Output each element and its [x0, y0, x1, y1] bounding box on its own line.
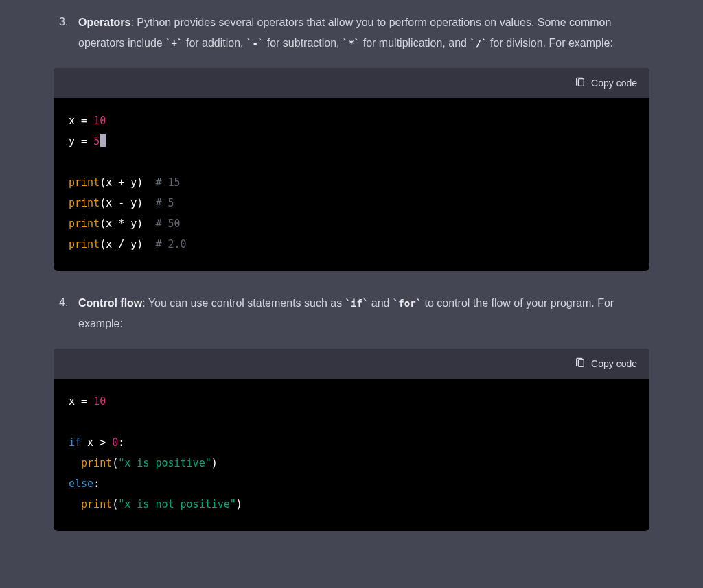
code-block-control-flow: Copy code x = 10 if x > 0: print("x is p… — [54, 349, 649, 531]
list-number: 4. — [59, 293, 68, 312]
list-item-operators: 3. Operators: Python provides several op… — [54, 12, 649, 53]
code-token: x = — [69, 395, 93, 408]
code-token: ) — [211, 457, 218, 469]
code-token: ( — [112, 457, 118, 469]
inline-code-slash: `/` — [470, 38, 487, 49]
text-segment: and — [368, 297, 393, 309]
copy-code-button[interactable]: Copy code — [575, 77, 637, 90]
svg-rect-0 — [578, 78, 584, 86]
ordered-list: 3. Operators: Python provides several op… — [54, 12, 649, 531]
code-header: Copy code — [54, 349, 649, 379]
copy-code-button[interactable]: Copy code — [575, 357, 637, 371]
code-token: print — [69, 176, 100, 189]
list-item-control-flow: 4. Control flow: You can use control sta… — [54, 293, 649, 333]
code-token: ) — [236, 498, 242, 510]
inline-code-for: `for` — [393, 298, 422, 309]
code-token: print — [69, 238, 100, 250]
code-token: # 5 — [155, 197, 174, 209]
inline-code-if: `if` — [345, 298, 369, 309]
text-segment: for multiplication, and — [360, 37, 470, 49]
code-header: Copy code — [54, 68, 649, 98]
code-token: "x is not positive" — [118, 498, 236, 510]
code-token: 10 — [93, 395, 106, 408]
typing-cursor — [100, 134, 106, 147]
code-token: print — [69, 197, 100, 209]
code-token: (x + y) — [100, 176, 155, 189]
clipboard-icon — [575, 357, 586, 371]
code-token: else — [69, 478, 93, 490]
svg-rect-1 — [578, 360, 584, 367]
code-token: ( — [112, 498, 118, 510]
copy-label: Copy code — [591, 78, 637, 89]
code-token: (x * y) — [100, 217, 155, 230]
code-token: : — [93, 478, 100, 490]
text-segment: for addition, — [183, 37, 246, 49]
code-token: 5 — [93, 135, 100, 148]
code-token: 10 — [93, 115, 106, 127]
copy-label: Copy code — [591, 358, 637, 369]
list-title: Operators — [78, 16, 130, 28]
code-token: if — [69, 436, 81, 449]
code-token: 0 — [112, 436, 118, 449]
list-text: Control flow: You can use control statem… — [78, 293, 649, 333]
code-token: y = — [69, 135, 93, 148]
code-token: : — [118, 436, 124, 449]
code-token: # 2.0 — [155, 238, 186, 250]
list-title: Control flow — [78, 297, 142, 309]
text-segment: : You can use control statements such as — [142, 297, 345, 309]
inline-code-star: `*` — [343, 38, 360, 49]
code-body[interactable]: x = 10 y = 5 print(x + y) # 15 print(x -… — [54, 98, 649, 271]
code-token: # 50 — [155, 217, 180, 230]
text-segment: for division. For example: — [487, 37, 613, 49]
code-token: (x / y) — [100, 238, 155, 250]
code-block-operators: Copy code x = 10 y = 5 print(x + y) # 15… — [54, 68, 649, 271]
text-segment: for subtraction, — [264, 37, 343, 49]
inline-code-minus: `-` — [246, 38, 264, 49]
clipboard-icon — [575, 77, 586, 90]
list-number: 3. — [59, 12, 68, 32]
code-body[interactable]: x = 10 if x > 0: print("x is positive") … — [54, 379, 649, 531]
code-token: print — [69, 217, 100, 230]
list-text: Operators: Python provides several opera… — [78, 12, 649, 53]
code-token: # 15 — [155, 176, 180, 189]
code-token: print — [81, 457, 112, 469]
message-content: 3. Operators: Python provides several op… — [0, 0, 703, 531]
code-token: (x - y) — [100, 197, 155, 209]
inline-code-plus: `+` — [165, 38, 183, 49]
code-token: x = — [69, 115, 93, 127]
code-token: "x is positive" — [118, 457, 211, 469]
code-token: print — [81, 498, 112, 510]
code-token: x > — [81, 436, 112, 449]
